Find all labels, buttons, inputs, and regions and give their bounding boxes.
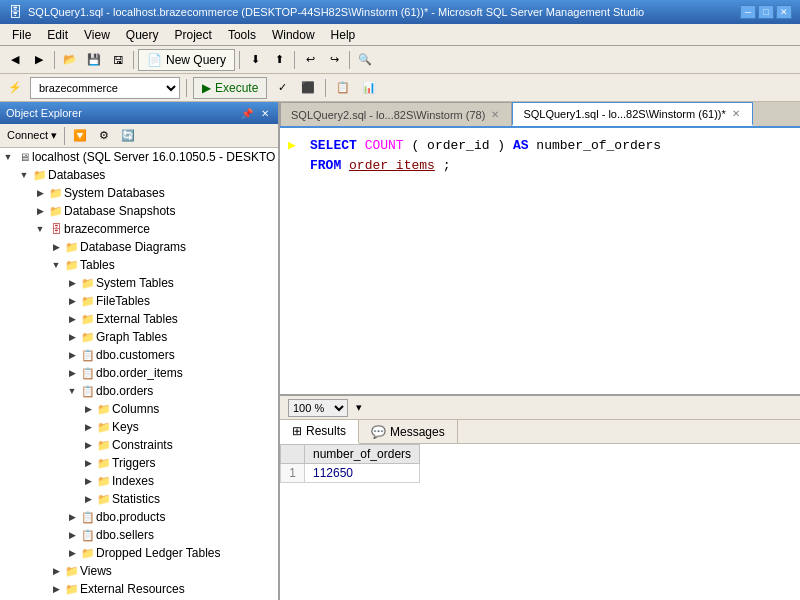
expand-icon-triggers[interactable]: ▶ [80, 455, 96, 471]
menu-item-project[interactable]: Project [167, 26, 220, 44]
tab-close-tab2[interactable]: ✕ [730, 108, 742, 119]
open-file-button[interactable]: 📂 [59, 49, 81, 71]
expand-icon-systables[interactable]: ▶ [64, 275, 80, 291]
connect-oe-button[interactable]: Connect ▾ [4, 125, 60, 147]
expand-icon-constraints[interactable]: ▶ [80, 437, 96, 453]
tree-item-exttables[interactable]: ▶📁External Tables [0, 310, 278, 328]
tree-icon-orderitems: 📋 [80, 365, 96, 381]
tab-close-tab1[interactable]: ✕ [489, 109, 501, 120]
result-tab-results[interactable]: ⊞Results [280, 420, 359, 444]
expand-icon-brazecommerce[interactable]: ▼ [32, 221, 48, 237]
tree-item-indexes[interactable]: ▶📁Indexes [0, 472, 278, 490]
oe-filter2-button[interactable]: ⚙ [93, 125, 115, 147]
include-plan-button[interactable]: 📊 [358, 77, 380, 99]
tree-item-orders[interactable]: ▼📋dbo.orders [0, 382, 278, 400]
tree-item-columns[interactable]: ▶📁Columns [0, 400, 278, 418]
expand-icon-server[interactable]: ▼ [0, 149, 16, 165]
tree-item-extresources[interactable]: ▶📁External Resources [0, 580, 278, 598]
tree-icon-views: 📁 [64, 563, 80, 579]
tree-item-diagrams[interactable]: ▶📁Database Diagrams [0, 238, 278, 256]
debug-button[interactable]: ✓ [271, 77, 293, 99]
pin-button[interactable]: 📌 [238, 108, 256, 119]
tree-item-graphtables[interactable]: ▶📁Graph Tables [0, 328, 278, 346]
expand-icon-exttables[interactable]: ▶ [64, 311, 80, 327]
database-selector[interactable]: brazecommerce [30, 77, 180, 99]
tree-item-server[interactable]: ▼🖥localhost (SQL Server 16.0.1050.5 - DE… [0, 148, 278, 166]
tree-item-databases[interactable]: ▼📁Databases [0, 166, 278, 184]
expand-icon-diagrams[interactable]: ▶ [48, 239, 64, 255]
expand-icon-databases[interactable]: ▼ [16, 167, 32, 183]
tree-item-filetables[interactable]: ▶📁FileTables [0, 292, 278, 310]
stop-button[interactable]: ⬛ [297, 77, 319, 99]
expand-icon-views[interactable]: ▶ [48, 563, 64, 579]
tree-item-keys[interactable]: ▶📁Keys [0, 418, 278, 436]
save-all-button[interactable]: 🖫 [107, 49, 129, 71]
tree-icon-server: 🖥 [16, 149, 32, 165]
find-button[interactable]: 🔍 [354, 49, 376, 71]
tree-item-tables[interactable]: ▼📁Tables [0, 256, 278, 274]
tree-item-customers[interactable]: ▶📋dbo.customers [0, 346, 278, 364]
menu-item-tools[interactable]: Tools [220, 26, 264, 44]
menu-item-query[interactable]: Query [118, 26, 167, 44]
expand-icon-dbsnap[interactable]: ▶ [32, 203, 48, 219]
expand-icon-statistics[interactable]: ▶ [80, 491, 96, 507]
expand-icon-systemdbs[interactable]: ▶ [32, 185, 48, 201]
menu-item-file[interactable]: File [4, 26, 39, 44]
expand-icon-tables[interactable]: ▼ [48, 257, 64, 273]
connect-button[interactable]: ⚡ [4, 77, 26, 99]
expand-icon-products[interactable]: ▶ [64, 509, 80, 525]
tree-label-columns: Columns [112, 402, 159, 416]
expand-icon-keys[interactable]: ▶ [80, 419, 96, 435]
tree-item-products[interactable]: ▶📋dbo.products [0, 508, 278, 526]
tree-item-systables[interactable]: ▶📁System Tables [0, 274, 278, 292]
undo-button[interactable]: ↩ [299, 49, 321, 71]
publish-button[interactable]: ⬆ [268, 49, 290, 71]
tab-tab1[interactable]: SQLQuery2.sql - lo...82S\Winstorm (78)✕ [280, 102, 512, 126]
expand-icon-orders[interactable]: ▼ [64, 383, 80, 399]
close-button[interactable]: ✕ [776, 5, 792, 19]
tree-item-statistics[interactable]: ▶📁Statistics [0, 490, 278, 508]
filter-button[interactable]: 🔽 [69, 125, 91, 147]
parse-button[interactable]: 📋 [332, 77, 354, 99]
results-content[interactable]: number_of_orders1112650 [280, 444, 800, 600]
maximize-button[interactable]: □ [758, 5, 774, 19]
expand-icon-extresources[interactable]: ▶ [48, 581, 64, 597]
tree-item-systemdbs[interactable]: ▶📁System Databases [0, 184, 278, 202]
query-editor[interactable]: ▶ SELECT COUNT ( order_id ) AS number_of… [280, 128, 800, 396]
new-query-button[interactable]: 📄 New Query [138, 49, 235, 71]
title-bar: 🗄 SQLQuery1.sql - localhost.brazecommerc… [0, 0, 800, 24]
expand-icon-graphtables[interactable]: ▶ [64, 329, 80, 345]
expand-icon-filetables[interactable]: ▶ [64, 293, 80, 309]
menu-item-edit[interactable]: Edit [39, 26, 76, 44]
expand-icon-indexes[interactable]: ▶ [80, 473, 96, 489]
back-button[interactable]: ◀ [4, 49, 26, 71]
tree-item-brazecommerce[interactable]: ▼🗄brazecommerce [0, 220, 278, 238]
menu-item-view[interactable]: View [76, 26, 118, 44]
execute-button[interactable]: ▶ Execute [193, 77, 267, 99]
menu-item-window[interactable]: Window [264, 26, 323, 44]
tree-item-sellers[interactable]: ▶📋dbo.sellers [0, 526, 278, 544]
result-tab-messages[interactable]: 💬Messages [359, 420, 458, 444]
result-tab-label-messages: Messages [390, 425, 445, 439]
expand-icon-droppedledger[interactable]: ▶ [64, 545, 80, 561]
tree-item-orderitems[interactable]: ▶📋dbo.order_items [0, 364, 278, 382]
tree-item-constraints[interactable]: ▶📁Constraints [0, 436, 278, 454]
tree-item-dbsnap[interactable]: ▶📁Database Snapshots [0, 202, 278, 220]
minimize-button[interactable]: ─ [740, 5, 756, 19]
tab-tab2[interactable]: SQLQuery1.sql - lo...82S\Winstorm (61))*… [512, 102, 752, 126]
refresh-button[interactable]: 🔄 [117, 125, 139, 147]
expand-icon-customers[interactable]: ▶ [64, 347, 80, 363]
forward-button[interactable]: ▶ [28, 49, 50, 71]
redo-button[interactable]: ↪ [323, 49, 345, 71]
tree-item-droppedledger[interactable]: ▶📁Dropped Ledger Tables [0, 544, 278, 562]
tree-item-views[interactable]: ▶📁Views [0, 562, 278, 580]
menu-item-help[interactable]: Help [323, 26, 364, 44]
extract-button[interactable]: ⬇ [244, 49, 266, 71]
zoom-selector[interactable]: 100 % [288, 399, 348, 417]
close-panel-button[interactable]: ✕ [258, 108, 272, 119]
expand-icon-sellers[interactable]: ▶ [64, 527, 80, 543]
save-button[interactable]: 💾 [83, 49, 105, 71]
tree-item-triggers[interactable]: ▶📁Triggers [0, 454, 278, 472]
expand-icon-columns[interactable]: ▶ [80, 401, 96, 417]
expand-icon-orderitems[interactable]: ▶ [64, 365, 80, 381]
